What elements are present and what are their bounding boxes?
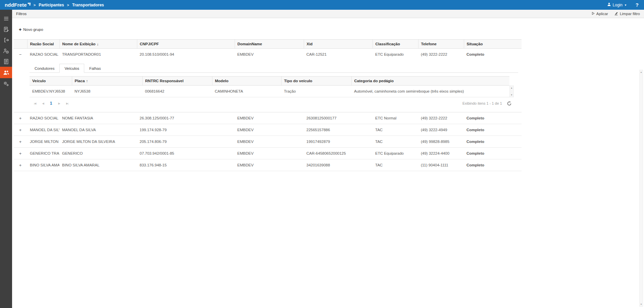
expand-row-icon[interactable]: + — [13, 159, 27, 171]
column-header-situacao[interactable]: Situação — [464, 40, 522, 49]
vehicles-grid-scrollbar[interactable]: ▲ ▼ — [509, 86, 514, 98]
cell-razao-social: MANOEL DA SILVA — [27, 124, 59, 136]
column-header-xid[interactable]: Xid — [304, 40, 373, 49]
cell-nome-exibicao: BINO SILVA AMARAL — [59, 159, 137, 171]
tab-falhas[interactable]: Falhas — [84, 64, 106, 73]
tab-condutores[interactable]: Condutores — [30, 64, 59, 73]
pager-page-1-button[interactable]: 1 — [47, 101, 55, 106]
refresh-icon[interactable] — [507, 101, 512, 106]
cell-xid: 19917492879 — [304, 136, 373, 148]
sidebar — [0, 10, 12, 308]
form-edit-icon[interactable] — [0, 24, 12, 35]
column-label: Classificação — [376, 42, 400, 46]
tab-veiculos[interactable]: Veículos — [59, 64, 84, 73]
pager-next-button[interactable]: ▶ — [55, 102, 63, 105]
column-header-telefone[interactable]: Telefone — [418, 40, 464, 49]
cell-classificacao: ETC Equiparado — [373, 49, 418, 60]
cell-placa: NYJ6538 — [72, 86, 142, 97]
column-label: Nome de Exibição — [62, 42, 96, 46]
expander-column-header — [13, 40, 27, 49]
column-header-razao-social[interactable]: Razão Social — [27, 40, 59, 49]
pager-first-button[interactable]: |◀ — [31, 102, 39, 105]
column-header-classificacao[interactable]: Classificação — [373, 40, 418, 49]
cell-domainname: EMBDEV — [235, 148, 304, 159]
cell-domainname: EMBDEV — [235, 159, 304, 171]
logout-icon[interactable] — [0, 35, 12, 45]
column-header-categoria-pedagio[interactable]: Categoria do pedágio — [351, 76, 509, 85]
pager-last-button[interactable]: ▶| — [63, 102, 71, 105]
column-header-tipo-veiculo[interactable]: Tipo do veículo — [281, 76, 351, 85]
cell-classificacao: TAC — [373, 124, 418, 136]
scroll-down-icon[interactable]: ▼ — [640, 303, 642, 305]
user-icon — [607, 2, 611, 7]
cell-domainname: EMBDEV — [235, 124, 304, 136]
column-label: Xid — [307, 42, 313, 46]
filters-title: Filtros — [16, 12, 27, 16]
apply-filter-label: Aplicar — [596, 12, 608, 16]
collapse-row-icon[interactable]: − — [13, 49, 27, 60]
topbar-right: Login ▼ ? — [607, 2, 639, 8]
column-label: CNPJ/CPF — [140, 42, 159, 46]
vehicles-pager: |◀ ◀ 1 ▶ ▶| Exibindo itens 1 - 1 de 1 — [30, 97, 514, 109]
cell-telefone: (49) 99828-8985 — [418, 136, 464, 148]
user-clock-icon[interactable] — [0, 45, 12, 56]
users-group-icon[interactable] — [0, 67, 12, 78]
login-menu[interactable]: Login ▼ — [607, 2, 627, 7]
row-detail-panel: Condutores Veículos Falhas — [27, 60, 522, 112]
cell-razao-social: GENERICO TRAN... — [27, 148, 59, 159]
column-label: Situação — [467, 42, 483, 46]
main-grid-scrollbar[interactable]: ▲ ▼ — [639, 70, 643, 307]
cell-telefone: (49) 3222-4949 — [418, 124, 464, 136]
scroll-up-icon[interactable]: ▲ — [511, 87, 513, 89]
scroll-up-icon[interactable]: ▲ — [640, 71, 642, 73]
table-row: + MANOEL DA SILVA MANOEL DA SILVA 199.17… — [13, 124, 522, 136]
expand-row-icon[interactable]: + — [13, 136, 27, 148]
pager-prev-button[interactable]: ◀ — [39, 102, 47, 105]
app-logo[interactable]: nddFrete — [5, 2, 31, 8]
column-header-nome-exibicao[interactable]: Nome de Exibição↓ — [59, 40, 137, 49]
breadcrumb-participantes[interactable]: Participantes — [39, 3, 64, 7]
vehicle-row: EMBDEV.NYJ6538 NYJ6538 006816642 CAMINHO… — [30, 86, 509, 97]
login-label: Login — [613, 3, 623, 7]
cell-cnpj-cpf: 833.176.948-15 — [137, 159, 235, 171]
column-label: Veículo — [32, 79, 46, 83]
apply-filter-button[interactable]: Aplicar — [592, 11, 608, 16]
column-header-rntrc[interactable]: RNTRC Responsável — [142, 76, 212, 85]
cell-domainname: EMBDEV — [235, 112, 304, 124]
column-header-veiculo[interactable]: Veículo — [30, 76, 72, 85]
cell-telefone: (11) 90404-1111 — [418, 159, 464, 171]
help-icon[interactable]: ? — [636, 2, 639, 8]
chevron-down-icon: ▼ — [624, 4, 627, 7]
cell-razao-social: RAZAO SOCIAL S... — [27, 49, 59, 60]
status-badge: Completo — [464, 136, 522, 148]
gears-icon[interactable] — [0, 78, 12, 89]
column-header-placa[interactable]: Placa↑ — [72, 76, 142, 85]
cell-rntrc: 006816642 — [142, 86, 212, 97]
new-group-button[interactable]: + Novo grupo — [17, 26, 45, 33]
column-header-cnpj-cpf[interactable]: CNPJ/CPF — [137, 40, 235, 49]
column-label: Razão Social — [30, 42, 54, 46]
column-header-modelo[interactable]: Modelo — [212, 76, 281, 85]
cell-tipo-veiculo: Tração — [281, 86, 351, 97]
expand-row-icon[interactable]: + — [13, 112, 27, 124]
cell-razao-social: JORGE MILTON ... — [27, 136, 59, 148]
cell-cnpj-cpf: 199.174.928-79 — [137, 124, 235, 136]
report-icon[interactable] — [0, 56, 12, 67]
breadcrumb-separator: > — [34, 3, 36, 7]
menu-icon[interactable] — [0, 13, 12, 24]
clear-filter-button[interactable]: Limpar filtro — [614, 11, 640, 16]
status-badge: Completo — [464, 124, 522, 136]
column-header-domainname[interactable]: DomainName — [235, 40, 304, 49]
new-group-label: Novo grupo — [23, 28, 43, 32]
cell-domainname: EMBDEV — [235, 49, 304, 60]
table-row: + RAZAO SOCIAL NOME FANTASIA 26.308.125/… — [13, 112, 522, 124]
cell-razao-social: BINO SILVA AMA... — [27, 159, 59, 171]
expand-row-icon[interactable]: + — [13, 124, 27, 136]
scroll-down-icon[interactable]: ▼ — [511, 94, 513, 96]
breadcrumb-transportadores[interactable]: Transportadores — [72, 3, 104, 7]
cell-nome-exibicao: MANOEL DA SILVA — [59, 124, 137, 136]
expand-row-icon[interactable]: + — [13, 148, 27, 159]
column-label: Placa — [75, 79, 85, 83]
cell-cnpj-cpf: 20.108.510/0001-94 — [137, 49, 235, 60]
grid-toolbar: + Novo grupo — [12, 18, 644, 39]
